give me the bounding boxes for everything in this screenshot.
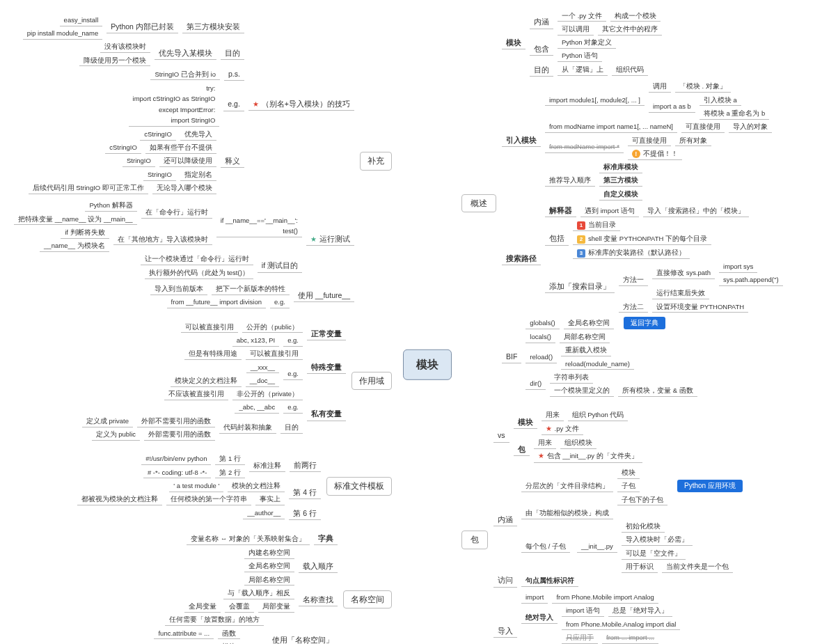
leaf: except ImportError: xyxy=(159,105,215,114)
leaf: from Phone.Mobile import Analog xyxy=(552,592,658,604)
node: 模块 xyxy=(502,37,525,50)
leaf: try: xyxy=(206,84,215,93)
leaf: 无论导入哪个模块 xyxy=(152,182,216,194)
leaf: 由「功能相似的模块」构成 xyxy=(521,507,613,519)
leaf: if __name__=='__main__': xyxy=(221,216,298,225)
leaf: 重新载入模块 xyxy=(561,345,611,356)
leaf: 事实上 xyxy=(255,494,285,505)
node: 引入模块 xyxy=(502,134,541,147)
leaf: 把下一个新版本的特性 xyxy=(212,283,290,295)
leaf: 总是「绝对导入」 xyxy=(608,605,672,617)
leaf: 所有模块，变量 & 函数 xyxy=(618,385,697,397)
leaf: 与「载入顺序」相反 xyxy=(223,587,294,599)
branch-std-template: 标准文件模板 前两行 标准注释 第 1 行#!/usr/bin/env pyth… xyxy=(77,453,392,520)
node: 前两行 xyxy=(290,460,321,473)
leaf: 在「其他地方」导入该模块时 xyxy=(113,233,212,245)
leaf: 解释器 xyxy=(545,205,576,218)
leaf: 推荐导入顺序 xyxy=(545,175,595,187)
leaf: 都被视为模块的文档注释 xyxy=(77,494,162,505)
leaf: 不应该被直接引用 xyxy=(164,388,228,400)
center-topic: 模块 xyxy=(403,350,452,380)
leaf: 从「逻辑」上 xyxy=(558,64,608,76)
leaf: 字符串列表 xyxy=(550,371,593,383)
node: 导入 xyxy=(493,625,517,638)
leaf: 「模块 . 对象」 xyxy=(675,81,731,93)
node-bif: BIF xyxy=(502,350,521,363)
leaf: 局部名称空间 xyxy=(560,331,610,343)
leaf: 任何模块的第一个字符串 xyxy=(166,494,251,505)
leaf: 函数 xyxy=(218,627,240,639)
leaf: 可以被直接引用 xyxy=(181,321,238,333)
leaf: __init__.py xyxy=(577,541,617,553)
leaf: 组织模块 xyxy=(560,437,596,448)
branch-title: 概述 xyxy=(461,194,496,213)
node: 字典 xyxy=(314,533,338,546)
leaf: e.g. xyxy=(270,297,290,308)
node: 第三方模块安装 xyxy=(182,20,244,33)
node: 目的 xyxy=(221,47,244,61)
leaf: 局部名称空间 xyxy=(244,574,294,586)
leaf: 可以调用 xyxy=(558,23,594,35)
leaf: 可直接使用 xyxy=(681,121,725,133)
node: 名称查找 xyxy=(299,593,338,606)
leaf: 后续代码引用 StringIO 即可正常工作 xyxy=(29,182,148,194)
leaf: 优先导入 xyxy=(180,128,216,140)
leaf: 子包 xyxy=(617,480,640,492)
leaf: 全局名称空间 xyxy=(244,560,294,572)
leaf: 自定义模块 xyxy=(599,188,642,200)
leaf: 构成一个模块 xyxy=(610,10,661,22)
leaf: func.attribute = ... xyxy=(154,627,214,639)
leaf: 将模块 a 重命名为 b xyxy=(700,107,770,119)
leaf: 可以是「空文件」 xyxy=(622,547,686,559)
node: 使用「名称空间」 xyxy=(268,634,338,644)
leaf: abc, x123, PI xyxy=(232,334,279,346)
leaf: import a as b xyxy=(649,101,695,113)
leaf: 导入「搜索路径」中的「模块」 xyxy=(643,205,749,217)
leaf: 包含 __init__.py 的「文件夹」 xyxy=(534,450,642,463)
leaf: 3标准库的安装路径（默认路径） xyxy=(573,246,690,259)
leaf: __author__ xyxy=(243,508,285,519)
node: 优先导入某模块 xyxy=(155,47,216,61)
node: 私有变量 xyxy=(307,408,346,421)
leaf: from ... import ... xyxy=(602,631,658,643)
left-branches: 补充 （别名+导入模块）的技巧 第三方模块安装 Python 内部已封装 eas… xyxy=(6,14,392,644)
leaf: 只应用于 xyxy=(562,631,598,643)
leaf: 内涵 xyxy=(530,16,553,29)
leaf: 外部需要引用的函数 xyxy=(144,429,215,441)
leaf: 全局变量 xyxy=(184,601,221,613)
leaf: 全局名称空间 xyxy=(564,317,614,329)
leaf: import cStringIO as StringIO xyxy=(133,94,216,103)
leaf: 目的 xyxy=(530,63,553,77)
leaf: 导入的对象 xyxy=(729,121,772,133)
leaf: 子包下的子包 xyxy=(617,494,667,505)
node: 正常变量 xyxy=(307,327,346,340)
leaf: StringIO 已合并到 io xyxy=(150,68,220,80)
branch-title: 补充 xyxy=(360,152,392,171)
node: 搜索路径 xyxy=(502,252,541,265)
leaf: dir() xyxy=(525,378,546,390)
leaf: 公开的（public） xyxy=(242,321,303,333)
leaf: StringIO xyxy=(143,168,176,180)
leaf: 导入到当前版本 xyxy=(150,283,207,295)
leaf: cStringIO xyxy=(140,128,176,140)
leaf: 降级使用另一个模块 xyxy=(79,54,150,66)
leaf: 用于标识 xyxy=(622,561,658,573)
leaf: # -*- coding: utf-8 -*- xyxy=(143,466,212,478)
leaf: 标准库模块 xyxy=(599,162,642,173)
leaf: globals() xyxy=(525,317,559,329)
node: e.g. xyxy=(223,98,244,111)
leaf: 目的 xyxy=(280,422,303,434)
leaf: 可以被直接引用 xyxy=(246,348,303,360)
leaf: 设置环境变量 PYTHONPATH xyxy=(652,301,748,313)
leaf: 方法一 xyxy=(619,274,648,286)
node-runtest: 运行测试 xyxy=(306,233,354,246)
leaf: reload(module_name) xyxy=(561,358,634,370)
leaf: 方法二 xyxy=(619,301,648,313)
leaf: StringIO xyxy=(122,155,155,167)
pill-python-env: Python 应用环境 xyxy=(677,480,743,492)
leaf: 执行额外的代码（此处为 test()） xyxy=(145,267,253,278)
leaf: 模块 xyxy=(514,416,537,429)
leaf: 局部变量 xyxy=(258,601,294,613)
leaf: 让一个模块通过「命令行」运行时 xyxy=(141,253,253,265)
leaf: sys.path.append('') xyxy=(719,274,783,286)
